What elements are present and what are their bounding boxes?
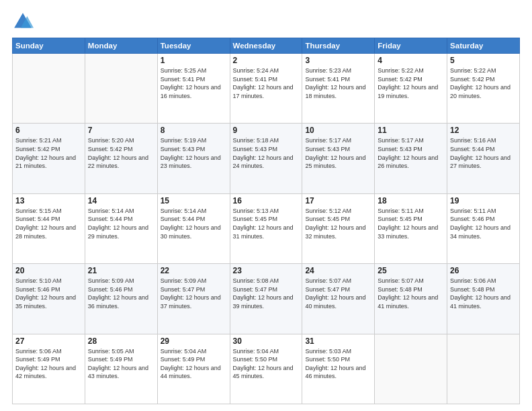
week-row-1: 1Sunrise: 5:25 AM Sunset: 5:41 PM Daylig… <box>13 54 520 124</box>
calendar-cell: 19Sunrise: 5:11 AM Sunset: 5:46 PM Dayli… <box>447 193 520 263</box>
day-info: Sunrise: 5:10 AM Sunset: 5:46 PM Dayligh… <box>15 277 82 310</box>
logo <box>12 11 36 32</box>
day-number: 20 <box>15 266 82 275</box>
day-info: Sunrise: 5:18 AM Sunset: 5:43 PM Dayligh… <box>233 136 300 170</box>
calendar-cell: 4Sunrise: 5:22 AM Sunset: 5:42 PM Daylig… <box>375 54 447 124</box>
day-info: Sunrise: 5:07 AM Sunset: 5:47 PM Dayligh… <box>305 277 371 310</box>
day-number: 9 <box>233 126 300 135</box>
calendar-cell: 22Sunrise: 5:09 AM Sunset: 5:47 PM Dayli… <box>157 264 230 334</box>
day-info: Sunrise: 5:05 AM Sunset: 5:49 PM Dayligh… <box>88 347 154 381</box>
weekday-header-sunday: Sunday <box>13 38 85 54</box>
day-number: 15 <box>161 196 227 205</box>
calendar-table: SundayMondayTuesdayWednesdayThursdayFrid… <box>12 38 520 404</box>
calendar-cell: 12Sunrise: 5:16 AM Sunset: 5:44 PM Dayli… <box>447 124 520 193</box>
day-info: Sunrise: 5:04 AM Sunset: 5:49 PM Dayligh… <box>161 347 227 381</box>
day-number: 2 <box>233 56 300 65</box>
day-number: 3 <box>305 56 371 65</box>
day-info: Sunrise: 5:17 AM Sunset: 5:43 PM Dayligh… <box>305 136 371 170</box>
day-number: 19 <box>450 196 517 205</box>
day-number: 11 <box>378 126 444 135</box>
day-number: 13 <box>15 196 82 205</box>
weekday-header-saturday: Saturday <box>447 38 520 54</box>
calendar-cell: 24Sunrise: 5:07 AM Sunset: 5:47 PM Dayli… <box>302 264 375 334</box>
day-number: 25 <box>378 266 444 275</box>
day-number: 18 <box>378 196 444 205</box>
day-info: Sunrise: 5:14 AM Sunset: 5:44 PM Dayligh… <box>88 207 154 240</box>
day-info: Sunrise: 5:03 AM Sunset: 5:50 PM Dayligh… <box>305 347 371 381</box>
header <box>12 11 520 32</box>
calendar-cell: 2Sunrise: 5:24 AM Sunset: 5:41 PM Daylig… <box>230 54 302 124</box>
calendar-cell: 5Sunrise: 5:22 AM Sunset: 5:42 PM Daylig… <box>447 54 520 124</box>
calendar-cell <box>85 54 157 124</box>
day-info: Sunrise: 5:14 AM Sunset: 5:44 PM Dayligh… <box>161 207 227 240</box>
day-number: 4 <box>378 56 444 65</box>
day-info: Sunrise: 5:19 AM Sunset: 5:43 PM Dayligh… <box>161 136 227 170</box>
calendar-cell: 18Sunrise: 5:11 AM Sunset: 5:45 PM Dayli… <box>375 193 447 263</box>
day-info: Sunrise: 5:21 AM Sunset: 5:42 PM Dayligh… <box>15 136 82 170</box>
day-number: 5 <box>450 56 517 65</box>
day-info: Sunrise: 5:25 AM Sunset: 5:41 PM Dayligh… <box>161 66 227 100</box>
calendar-cell <box>375 334 447 404</box>
calendar-cell: 14Sunrise: 5:14 AM Sunset: 5:44 PM Dayli… <box>85 193 157 263</box>
day-number: 26 <box>450 266 517 275</box>
calendar-cell: 30Sunrise: 5:04 AM Sunset: 5:50 PM Dayli… <box>230 334 302 404</box>
calendar-cell: 6Sunrise: 5:21 AM Sunset: 5:42 PM Daylig… <box>13 124 85 193</box>
page: SundayMondayTuesdayWednesdayThursdayFrid… <box>0 0 532 411</box>
weekday-header-wednesday: Wednesday <box>230 38 302 54</box>
weekday-header-tuesday: Tuesday <box>157 38 230 54</box>
calendar-cell: 26Sunrise: 5:06 AM Sunset: 5:48 PM Dayli… <box>447 264 520 334</box>
calendar-cell: 20Sunrise: 5:10 AM Sunset: 5:46 PM Dayli… <box>13 264 85 334</box>
calendar-cell: 28Sunrise: 5:05 AM Sunset: 5:49 PM Dayli… <box>85 334 157 404</box>
week-row-4: 20Sunrise: 5:10 AM Sunset: 5:46 PM Dayli… <box>13 264 520 334</box>
day-number: 8 <box>161 126 227 135</box>
day-info: Sunrise: 5:22 AM Sunset: 5:42 PM Dayligh… <box>450 66 517 100</box>
day-number: 22 <box>161 266 227 275</box>
day-info: Sunrise: 5:17 AM Sunset: 5:43 PM Dayligh… <box>378 136 444 170</box>
day-number: 27 <box>15 336 82 346</box>
day-number: 1 <box>161 56 227 65</box>
day-info: Sunrise: 5:06 AM Sunset: 5:48 PM Dayligh… <box>450 277 517 310</box>
calendar-cell: 3Sunrise: 5:23 AM Sunset: 5:41 PM Daylig… <box>302 54 375 124</box>
weekday-header-monday: Monday <box>85 38 157 54</box>
week-row-3: 13Sunrise: 5:15 AM Sunset: 5:44 PM Dayli… <box>13 193 520 263</box>
logo-icon <box>12 11 34 32</box>
day-info: Sunrise: 5:23 AM Sunset: 5:41 PM Dayligh… <box>305 66 371 100</box>
week-row-5: 27Sunrise: 5:06 AM Sunset: 5:49 PM Dayli… <box>13 334 520 404</box>
day-info: Sunrise: 5:24 AM Sunset: 5:41 PM Dayligh… <box>233 66 300 100</box>
weekday-header-friday: Friday <box>375 38 447 54</box>
day-number: 28 <box>88 336 154 346</box>
calendar-cell: 8Sunrise: 5:19 AM Sunset: 5:43 PM Daylig… <box>157 124 230 193</box>
weekday-header-row: SundayMondayTuesdayWednesdayThursdayFrid… <box>13 38 520 54</box>
day-info: Sunrise: 5:16 AM Sunset: 5:44 PM Dayligh… <box>450 136 517 170</box>
day-info: Sunrise: 5:15 AM Sunset: 5:44 PM Dayligh… <box>15 207 82 240</box>
day-number: 16 <box>233 196 300 205</box>
day-info: Sunrise: 5:09 AM Sunset: 5:46 PM Dayligh… <box>88 277 154 310</box>
day-info: Sunrise: 5:09 AM Sunset: 5:47 PM Dayligh… <box>161 277 227 310</box>
calendar-cell: 23Sunrise: 5:08 AM Sunset: 5:47 PM Dayli… <box>230 264 302 334</box>
calendar-cell: 25Sunrise: 5:07 AM Sunset: 5:48 PM Dayli… <box>375 264 447 334</box>
calendar-cell: 27Sunrise: 5:06 AM Sunset: 5:49 PM Dayli… <box>13 334 85 404</box>
day-number: 23 <box>233 266 300 275</box>
calendar-cell: 9Sunrise: 5:18 AM Sunset: 5:43 PM Daylig… <box>230 124 302 193</box>
day-info: Sunrise: 5:20 AM Sunset: 5:42 PM Dayligh… <box>88 136 154 170</box>
day-info: Sunrise: 5:08 AM Sunset: 5:47 PM Dayligh… <box>233 277 300 310</box>
day-number: 10 <box>305 126 371 135</box>
calendar-cell: 7Sunrise: 5:20 AM Sunset: 5:42 PM Daylig… <box>85 124 157 193</box>
day-info: Sunrise: 5:11 AM Sunset: 5:46 PM Dayligh… <box>450 207 517 240</box>
calendar-cell: 17Sunrise: 5:12 AM Sunset: 5:45 PM Dayli… <box>302 193 375 263</box>
day-number: 29 <box>161 336 227 346</box>
calendar-cell: 31Sunrise: 5:03 AM Sunset: 5:50 PM Dayli… <box>302 334 375 404</box>
calendar-cell: 11Sunrise: 5:17 AM Sunset: 5:43 PM Dayli… <box>375 124 447 193</box>
calendar-cell: 16Sunrise: 5:13 AM Sunset: 5:45 PM Dayli… <box>230 193 302 263</box>
calendar-cell <box>13 54 85 124</box>
day-number: 6 <box>15 126 82 135</box>
day-number: 14 <box>88 196 154 205</box>
calendar-cell: 21Sunrise: 5:09 AM Sunset: 5:46 PM Dayli… <box>85 264 157 334</box>
day-number: 17 <box>305 196 371 205</box>
day-number: 31 <box>305 336 371 346</box>
day-info: Sunrise: 5:04 AM Sunset: 5:50 PM Dayligh… <box>233 347 300 381</box>
day-number: 12 <box>450 126 517 135</box>
day-info: Sunrise: 5:12 AM Sunset: 5:45 PM Dayligh… <box>305 207 371 240</box>
day-info: Sunrise: 5:13 AM Sunset: 5:45 PM Dayligh… <box>233 207 300 240</box>
day-number: 7 <box>88 126 154 135</box>
